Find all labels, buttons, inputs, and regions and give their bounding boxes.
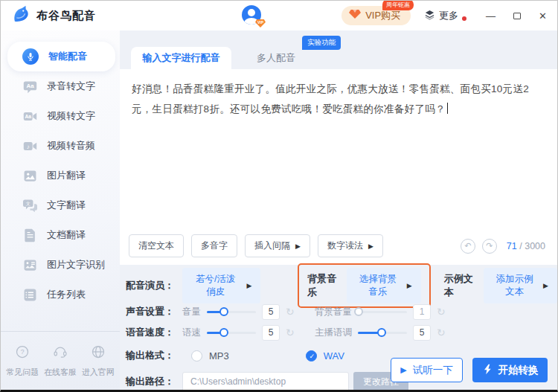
sidebar-item-label: 录音转文字 [47, 80, 95, 93]
select-bgm-button[interactable]: 选择背景音乐▶ [347, 268, 420, 303]
anniversary-sale-badge: 周年钜惠 [382, 0, 414, 10]
user-avatar[interactable]: VIP [242, 5, 263, 26]
sidebar-item-label: 图片文字识别 [47, 258, 105, 271]
voice-actor-button[interactable]: 若兮/活泼俏皮▶ [182, 268, 260, 303]
number-reading-button[interactable]: 数字读法▶ [318, 234, 383, 257]
output-path-label: 输出路径： [126, 375, 182, 388]
tab-text-dubbing[interactable]: 输入文字进行配音 [131, 47, 231, 69]
insert-pause-button[interactable]: 插入间隔▶ [245, 234, 310, 257]
action-buttons: ▶试听一下 开始转换 [391, 358, 548, 382]
volume-label: 音量 [182, 306, 201, 318]
bg-volume-label: 背景音量 [315, 306, 352, 318]
voice-row: 配音演员： 若兮/活泼俏皮▶ 背景音乐 选择背景音乐▶ 示例文本 添加示例文本▶ [126, 270, 557, 301]
sidebar-item-video-to-text[interactable]: Aa 视频转文字 [1, 101, 120, 131]
document-icon [22, 228, 37, 242]
volume-value[interactable]: 5 [262, 304, 280, 320]
app-window: 布谷鸟配音 VIP VIP购买 周年钜惠 更多 — [0, 0, 558, 392]
official-site-label: 进入官网 [82, 367, 115, 378]
start-convert-button[interactable]: 开始转换 [472, 358, 548, 382]
radio-checked-icon[interactable] [306, 350, 317, 362]
experimental-feature-badge: 实验功能 [302, 36, 341, 50]
sidebar-item-label: 视频转音频 [47, 139, 95, 152]
speech-speed-row: 语音速度： 语速 5 ↻ 主播语调 [126, 322, 557, 343]
text-caret [447, 103, 448, 114]
clear-text-button[interactable]: 清空文本 [129, 234, 184, 257]
svg-text:?: ? [21, 348, 25, 356]
editor-text[interactable]: 好消息！品香蛋糕隆重开业了。值此开业之际，优惠大放送！零售蛋糕、面包买10元送2… [132, 79, 545, 119]
speech-bubble-text-icon: Aa [22, 79, 37, 94]
sidebar-item-video-to-audio[interactable]: ♪ 视频转音频 [1, 131, 120, 161]
online-support-link[interactable]: 在线客服 [44, 344, 77, 378]
sidebar-item-text-translate[interactable]: 文 文字翻译 [1, 190, 120, 220]
radio-wav[interactable]: WAV [306, 350, 344, 362]
radio-mp3[interactable]: MP3 [191, 350, 229, 362]
reset-icon[interactable]: ↻ [286, 327, 295, 338]
slider-knob[interactable] [219, 307, 228, 316]
online-support-label: 在线客服 [44, 367, 77, 378]
headset-icon [53, 344, 68, 362]
add-sample-text-button[interactable]: 添加示例文本▶ [484, 268, 557, 303]
sidebar: 智能配音 Aa 录音转文字 Aa 视频转文字 ♪ 视频转音频 [1, 30, 120, 390]
sidebar-item-label: 文档翻译 [47, 228, 86, 242]
layers-icon [424, 9, 435, 23]
microphone-icon [22, 48, 39, 65]
sidebar-item-image-ocr[interactable]: 图片文字识别 [1, 250, 120, 280]
reset-icon[interactable]: ↻ [437, 306, 446, 318]
notification-dot [462, 16, 466, 21]
svg-text:Aa: Aa [25, 114, 31, 119]
sidebar-item-label: 文字翻译 [47, 199, 86, 212]
sidebar-item-image-translate[interactable]: 图片翻译 [1, 161, 120, 190]
sidebar-item-audio-to-text[interactable]: Aa 录音转文字 [1, 71, 120, 101]
svg-text:文: 文 [25, 201, 30, 206]
tone-slider[interactable] [358, 332, 407, 334]
rate-value[interactable]: 5 [262, 325, 280, 341]
svg-text:♪: ♪ [26, 144, 29, 150]
tone-value[interactable]: 5 [413, 325, 431, 341]
reset-icon[interactable]: ↻ [437, 327, 446, 338]
speech-speed-label: 语音速度： [126, 326, 182, 339]
reset-icon[interactable]: ↻ [286, 306, 295, 318]
minimize-button[interactable]: — [486, 11, 496, 21]
editor-toolbar: 清空文本 多音字 插入间隔▶ 数字读法▶ ↶ ↷ 71 / 3000 [129, 234, 545, 257]
more-menu-button[interactable]: 更多 [424, 9, 466, 23]
maximize-button[interactable] [513, 13, 521, 19]
main-panel: 输入文字进行配音 多人配音 实验功能 好消息！品香蛋糕隆重开业了。值此开业之际，… [120, 30, 557, 390]
slider-knob[interactable] [219, 328, 228, 337]
dropdown-arrow-icon: ▶ [368, 242, 373, 250]
sound-settings-row: 声音设置： 音量 5 ↻ 背景音量 [126, 301, 557, 322]
char-counter: 71 / 3000 [507, 241, 545, 251]
list-icon [22, 287, 37, 302]
vip-purchase-button[interactable]: VIP购买 周年钜惠 [341, 6, 411, 25]
bg-volume-slider[interactable] [358, 311, 407, 313]
bgm-label: 背景音乐 [307, 272, 339, 299]
video-camera-text-icon: Aa [22, 109, 37, 123]
official-site-link[interactable]: 进入官网 [82, 344, 115, 378]
output-path-input[interactable] [182, 372, 349, 392]
radio-circle-icon[interactable] [191, 350, 202, 362]
polyphone-button[interactable]: 多音字 [191, 234, 237, 257]
undo-icon[interactable]: ↶ [461, 239, 475, 254]
dropdown-arrow-icon: ▶ [543, 282, 548, 289]
sidebar-item-doc-translate[interactable]: 文档翻译 [1, 220, 120, 250]
slider-knob[interactable] [354, 307, 363, 316]
app-title: 布谷鸟配音 [36, 9, 96, 23]
picture-text-icon [22, 257, 37, 272]
wav-label: WAV [324, 350, 344, 362]
bg-volume-value[interactable]: 1 [413, 304, 431, 320]
sidebar-item-smart-dubbing[interactable]: 智能配音 [7, 42, 115, 71]
play-icon: ▶ [400, 365, 406, 375]
close-button[interactable]: ✕ [539, 11, 547, 21]
globe-icon [91, 344, 106, 362]
text-editor-area[interactable]: 好消息！品香蛋糕隆重开业了。值此开业之际，优惠大放送！零售蛋糕、面包买10元送2… [120, 69, 557, 265]
redo-icon[interactable]: ↷ [482, 239, 497, 254]
sidebar-item-task-list[interactable]: 任务列表 [1, 280, 120, 309]
preview-button[interactable]: ▶试听一下 [391, 358, 463, 382]
slider-knob[interactable] [377, 328, 386, 337]
video-camera-audio-icon: ♪ [22, 138, 37, 153]
volume-slider[interactable] [207, 311, 256, 313]
tone-label: 主播语调 [315, 327, 352, 339]
tab-multi-voice[interactable]: 多人配音 [231, 47, 321, 69]
faq-link[interactable]: ? 常见问题 [6, 344, 39, 378]
dropdown-arrow-icon: ▶ [407, 282, 412, 289]
rate-slider[interactable] [207, 332, 256, 334]
